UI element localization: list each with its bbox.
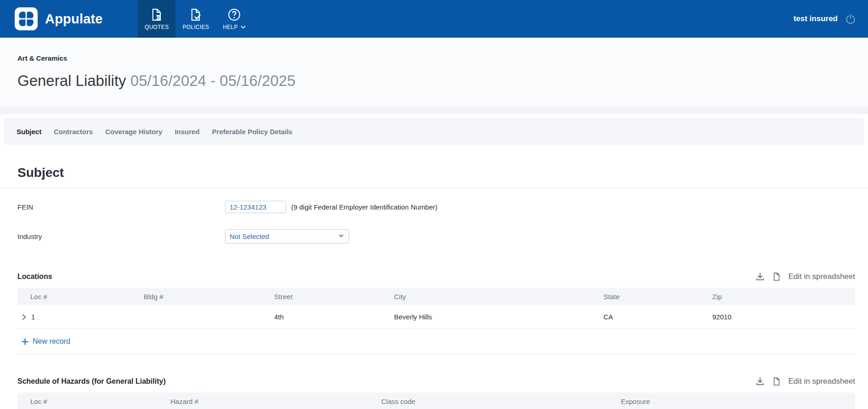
col-street: Street [261,293,381,301]
locations-title: Locations [17,273,52,281]
hazards-actions: Edit in spreadsheet [755,376,855,386]
tab-preferable-policy-details[interactable]: Preferable Policy Details [212,128,293,136]
app-brand[interactable]: Appulate [0,0,138,38]
col-exposure: Exposure [608,398,855,405]
current-user-label: test insured [794,14,838,23]
cell-city: Beverly Hills [381,313,591,321]
header-gap [0,114,868,118]
header-band [0,106,868,114]
nav-help-label: HELP [223,24,238,30]
row-expand-chevron-icon[interactable] [22,314,27,320]
quotes-document-hourglass-icon [150,8,163,22]
locations-table: Loc # Bldg # Street City State Zip 1 4th… [17,288,855,354]
industry-row: Industry Not Selected [17,222,855,251]
select-dropdown-arrow-icon [338,235,344,238]
industry-label: Industry [17,233,225,240]
tab-coverage-history[interactable]: Coverage History [105,128,162,136]
page-header: Art & Ceramics General Liability 05/16/2… [0,38,868,106]
col-loc: Loc # [17,293,131,301]
download-icon[interactable] [755,376,765,386]
col-loc: Loc # [17,398,158,405]
hazards-section-header: Schedule of Hazards (for General Liabili… [17,376,855,386]
page-title: General Liability 05/16/2024 - 05/16/202… [17,72,868,90]
col-class-code: Class code [368,398,608,405]
subject-heading: Subject [17,165,855,180]
hazards-title: Schedule of Hazards (for General Liabili… [17,377,166,386]
col-city: City [381,293,591,301]
fein-row: FEIN (9 digit Federal Employer Identific… [17,192,855,222]
nav-item-help[interactable]: HELP [216,0,253,38]
hazards-edit-in-spreadsheet[interactable]: Edit in spreadsheet [788,377,855,386]
page-title-text: General Liability [17,72,126,89]
power-icon[interactable] [845,13,856,24]
locations-table-header: Loc # Bldg # Street City State Zip [17,288,855,305]
appulate-logo-icon [15,7,38,30]
nav-quotes-label: QUOTES [145,24,169,30]
plus-icon [22,338,28,345]
heading-divider [0,188,868,188]
cell-street: 4th [261,313,381,321]
locations-edit-in-spreadsheet[interactable]: Edit in spreadsheet [788,272,855,281]
col-hazard: Hazard # [158,398,368,405]
brand-name: Appulate [45,11,103,27]
policy-dates: 05/16/2024 - 05/16/2025 [130,72,296,89]
spreadsheet-file-icon[interactable] [772,376,781,386]
tab-subject[interactable]: Subject [17,128,41,136]
col-bldg: Bldg # [131,293,261,301]
section-tabbar: Subject Contractors Coverage History Ins… [4,118,864,145]
new-record-row: New record [17,329,855,354]
cell-state: CA [591,313,699,321]
tab-contractors[interactable]: Contractors [54,128,93,136]
industry-select-value: Not Selected [230,233,269,240]
locations-section-header: Locations Edit in spreadsheet [17,272,855,282]
new-record-label: New record [33,337,70,346]
hazards-table: Loc # Hazard # Class code Exposure [17,392,855,409]
fein-label: FEIN [17,203,225,211]
top-navigation-bar: Appulate QUOTES POLICIES [0,0,868,38]
help-question-circle-icon [227,8,241,22]
locations-actions: Edit in spreadsheet [755,272,855,282]
fein-input[interactable] [225,201,286,213]
nav-item-policies[interactable]: POLICIES [175,0,216,38]
chevron-down-icon [241,25,246,29]
breadcrumb[interactable]: Art & Ceramics [17,54,868,62]
main-content: Subject FEIN (9 digit Federal Employer I… [0,165,868,409]
download-icon[interactable] [755,272,765,282]
col-zip: Zip [699,293,855,301]
spreadsheet-file-icon[interactable] [772,272,781,282]
nav-item-quotes[interactable]: QUOTES [138,0,175,38]
cell-loc: 1 [31,313,35,321]
topnav-right: test insured [794,0,868,38]
industry-select[interactable]: Not Selected [225,229,349,244]
hazards-table-header: Loc # Hazard # Class code Exposure [17,392,855,409]
table-row[interactable]: 1 4th Beverly Hills CA 92010 [17,305,855,329]
col-state: State [591,293,699,301]
cell-zip: 92010 [699,313,855,321]
policies-document-check-icon [189,8,203,22]
fein-hint: (9 digit Federal Employer Identification… [291,203,437,211]
nav-items: QUOTES POLICIES HELP [138,0,253,38]
tab-insured[interactable]: Insured [175,128,199,136]
nav-policies-label: POLICIES [182,24,209,30]
new-record-button[interactable]: New record [22,337,70,346]
